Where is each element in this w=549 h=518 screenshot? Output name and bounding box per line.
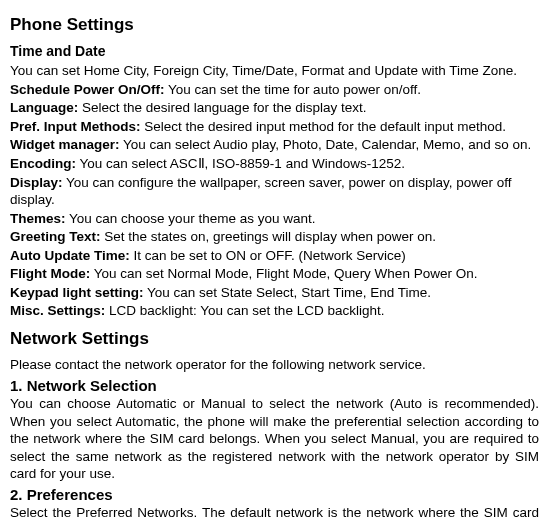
setting-text: You can choose your theme as you want. [66,211,316,226]
preferences-heading: 2. Preferences [10,485,539,505]
setting-text: You can configure the wallpaper, screen … [10,175,512,208]
setting-text: Select the desired language for the disp… [78,100,366,115]
network-selection-heading: 1. Network Selection [10,376,539,396]
setting-label: Flight Mode: [10,266,90,281]
setting-text: It can be set to ON or OFF. (Network Ser… [130,248,406,263]
setting-line: Keypad light setting: You can set State … [10,284,539,302]
setting-line: Display: You can configure the wallpaper… [10,174,539,209]
setting-line: Schedule Power On/Off: You can set the t… [10,81,539,99]
setting-text: You can set the time for auto power on/o… [165,82,421,97]
setting-text: You can select Audio play, Photo, Date, … [119,137,531,152]
setting-label: Keypad light setting: [10,285,144,300]
setting-line: Auto Update Time: It can be set to ON or… [10,247,539,265]
setting-label: Misc. Settings: [10,303,105,318]
setting-text: LCD backlight: You can set the LCD backl… [105,303,384,318]
setting-label: Encoding: [10,156,76,171]
setting-label: Language: [10,100,78,115]
setting-text: You can select ASCⅡ, ISO-8859-1 and Wind… [76,156,405,171]
page-title: Phone Settings [10,14,539,36]
setting-label: Themes: [10,211,66,226]
setting-label: Auto Update Time: [10,248,130,263]
setting-line: Misc. Settings: LCD backlight: You can s… [10,302,539,320]
setting-text: You can set State Select, Start Time, En… [144,285,431,300]
setting-label: Widget manager: [10,137,119,152]
setting-label: Schedule Power On/Off: [10,82,165,97]
time-date-text: You can set Home City, Foreign City, Tim… [10,62,539,80]
network-intro: Please contact the network operator for … [10,356,539,374]
setting-text: Select the desired input method for the … [141,119,506,134]
setting-text: Set the states on, greetings will displa… [101,229,436,244]
network-heading: Network Settings [10,328,539,350]
setting-line: Pref. Input Methods: Select the desired … [10,118,539,136]
setting-label: Display: [10,175,63,190]
setting-line: Language: Select the desired language fo… [10,99,539,117]
time-date-heading: Time and Date [10,42,539,60]
setting-label: Greeting Text: [10,229,101,244]
setting-line: Encoding: You can select ASCⅡ, ISO-8859-… [10,155,539,173]
setting-label: Pref. Input Methods: [10,119,141,134]
setting-line: Flight Mode: You can set Normal Mode, Fl… [10,265,539,283]
setting-line: Widget manager: You can select Audio pla… [10,136,539,154]
network-selection-text: You can choose Automatic or Manual to se… [10,395,539,483]
setting-line: Themes: You can choose your theme as you… [10,210,539,228]
setting-text: You can set Normal Mode, Flight Mode, Qu… [90,266,477,281]
preferences-text: Select the Preferred Networks. The defau… [10,504,539,518]
setting-line: Greeting Text: Set the states on, greeti… [10,228,539,246]
